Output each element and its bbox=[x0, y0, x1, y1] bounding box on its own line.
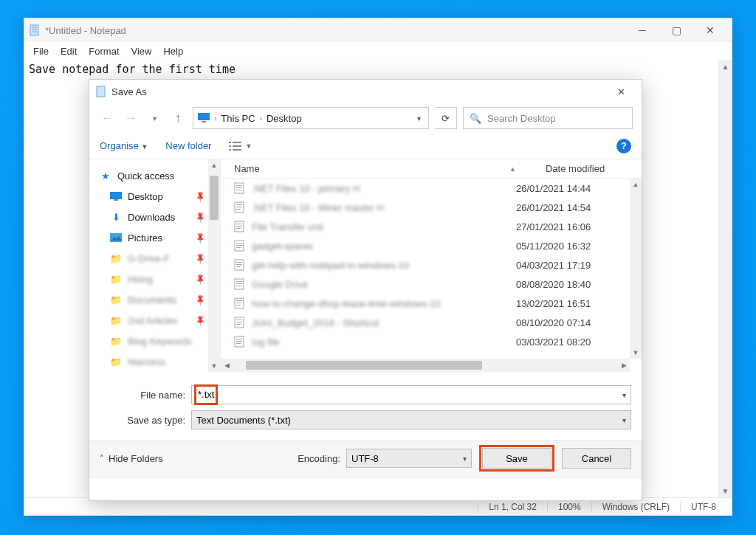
file-name: get-help-with-notepad-in-windows-10 bbox=[252, 260, 409, 271]
file-row[interactable]: File Transfer unit27/01/2021 16:06 bbox=[221, 217, 642, 236]
file-name: Joint_Budget_2018 - Shortcut bbox=[252, 317, 379, 328]
nav-desktop[interactable]: Desktop 📌 bbox=[100, 186, 220, 207]
svg-rect-12 bbox=[233, 149, 241, 151]
column-name[interactable]: Name bbox=[221, 163, 509, 174]
maximize-button[interactable]: ▢ bbox=[659, 18, 693, 42]
svg-rect-27 bbox=[236, 226, 242, 227]
chevron-right-icon: › bbox=[214, 114, 216, 122]
scroll-left-arrow-icon[interactable]: ◀ bbox=[221, 362, 233, 369]
svg-rect-51 bbox=[236, 341, 242, 342]
file-vscroll[interactable]: ▲ ▼ bbox=[630, 179, 642, 359]
file-row[interactable]: Google Drive08/08/2020 18:40 bbox=[221, 275, 642, 294]
file-row[interactable]: gadget-spares05/11/2020 16:32 bbox=[221, 236, 642, 255]
nav-quick-access[interactable]: ★ Quick access bbox=[100, 165, 220, 186]
nav-downloads[interactable]: ⬇ Downloads 📌 bbox=[100, 207, 220, 227]
scroll-thumb[interactable] bbox=[246, 361, 482, 370]
nav-folder[interactable]: 📁G-Drive-F📌 bbox=[100, 248, 220, 269]
svg-rect-44 bbox=[236, 305, 241, 306]
scroll-right-arrow-icon[interactable]: ▶ bbox=[618, 362, 630, 369]
nav-pictures[interactable]: Pictures 📌 bbox=[100, 227, 220, 248]
svg-rect-32 bbox=[236, 247, 241, 248]
savetype-label: Save as type: bbox=[100, 415, 191, 426]
help-button[interactable]: ? bbox=[616, 139, 631, 153]
file-row[interactable]: .NET Files 10 - primary H26/01/2021 14:4… bbox=[221, 179, 642, 198]
hide-folders-button[interactable]: ˄ Hide Folders bbox=[100, 453, 163, 464]
file-row[interactable]: Joint_Budget_2018 - Shortcut08/10/2020 0… bbox=[221, 313, 642, 332]
file-name: gadget-spares bbox=[252, 241, 313, 252]
file-row[interactable]: get-help-with-notepad-in-windows-1004/03… bbox=[221, 255, 642, 275]
dialog-close-button[interactable]: ✕ bbox=[606, 86, 636, 97]
status-zoom: 100% bbox=[547, 502, 591, 512]
chevron-down-icon[interactable]: ▾ bbox=[463, 455, 467, 463]
menubar: File Edit Format View Help bbox=[24, 42, 732, 60]
menu-file[interactable]: File bbox=[27, 44, 55, 58]
nav-forward-button[interactable]: → bbox=[122, 109, 140, 127]
address-dropdown-icon[interactable]: ▾ bbox=[414, 114, 424, 122]
svg-rect-22 bbox=[236, 204, 242, 205]
nav-folder[interactable]: 📁htaccess bbox=[100, 351, 220, 372]
file-icon bbox=[234, 297, 246, 309]
cancel-button[interactable]: Cancel bbox=[562, 448, 631, 469]
search-input[interactable]: 🔍 Search Desktop bbox=[463, 107, 633, 129]
nav-recent-button[interactable]: ▾ bbox=[145, 109, 163, 127]
save-button[interactable]: Save bbox=[482, 448, 551, 469]
file-icon bbox=[234, 317, 246, 328]
svg-rect-9 bbox=[229, 145, 231, 147]
file-rows: .NET Files 10 - primary H26/01/2021 14:4… bbox=[221, 179, 642, 372]
filename-highlight: *.txt bbox=[194, 384, 218, 405]
scroll-down-arrow-icon[interactable]: ▼ bbox=[208, 360, 220, 372]
scroll-up-arrow-icon[interactable]: ▲ bbox=[630, 179, 642, 190]
star-icon: ★ bbox=[100, 170, 111, 182]
file-icon bbox=[234, 259, 246, 271]
menu-help[interactable]: Help bbox=[157, 44, 189, 58]
encoding-combo[interactable]: UTF-8 ▾ bbox=[346, 449, 472, 468]
editor-text: Save notepad for the first time bbox=[24, 60, 732, 79]
svg-rect-28 bbox=[236, 228, 241, 229]
svg-rect-24 bbox=[236, 209, 241, 210]
address-bar[interactable]: › This PC › Desktop ▾ bbox=[193, 107, 429, 129]
folder-icon: 📁 bbox=[110, 252, 122, 264]
filename-input[interactable]: *.txt ▾ bbox=[191, 385, 631, 404]
organise-button[interactable]: Organise ▼ bbox=[100, 140, 148, 151]
nav-folder[interactable]: 📁Hiring📌 bbox=[100, 269, 220, 289]
filename-label: File name: bbox=[100, 390, 191, 401]
nav-back-button[interactable]: ← bbox=[98, 109, 116, 127]
chevron-down-icon[interactable]: ▾ bbox=[622, 391, 626, 399]
svg-rect-48 bbox=[236, 324, 241, 325]
menu-format[interactable]: Format bbox=[83, 44, 125, 58]
svg-rect-10 bbox=[233, 145, 241, 147]
nav-folder[interactable]: 📁Documents📌 bbox=[100, 289, 220, 310]
nav-vscroll[interactable]: ▲ ▼ bbox=[208, 159, 220, 372]
svg-rect-18 bbox=[236, 185, 242, 186]
refresh-button[interactable]: ⟳ bbox=[435, 107, 457, 129]
scroll-up-arrow-icon[interactable]: ▲ bbox=[719, 60, 732, 73]
status-eol: Windows (CRLF) bbox=[591, 502, 680, 512]
file-row[interactable]: how-to-change-dhcp-lease-time-windows-10… bbox=[221, 294, 642, 313]
dialog-toolbar: Organise ▼ New folder ▼ ? bbox=[89, 133, 642, 159]
chevron-down-icon[interactable]: ▾ bbox=[622, 416, 626, 424]
new-folder-button[interactable]: New folder bbox=[165, 140, 211, 151]
close-button[interactable]: ✕ bbox=[693, 18, 727, 42]
menu-edit[interactable]: Edit bbox=[55, 44, 83, 58]
scroll-down-arrow-icon[interactable]: ▼ bbox=[719, 484, 732, 497]
svg-rect-15 bbox=[110, 233, 122, 242]
nav-folder[interactable]: 📁Blog Keywords bbox=[100, 331, 220, 351]
scroll-up-arrow-icon[interactable]: ▲ bbox=[208, 159, 220, 171]
path-seg-1[interactable]: This PC bbox=[221, 113, 255, 124]
nav-up-button[interactable]: ↑ bbox=[169, 109, 187, 127]
sort-indicator-icon: ▲ bbox=[509, 165, 516, 173]
path-seg-2[interactable]: Desktop bbox=[267, 113, 302, 124]
minimize-button[interactable]: ─ bbox=[625, 18, 659, 42]
this-pc-icon bbox=[198, 113, 210, 123]
scroll-thumb[interactable] bbox=[210, 176, 219, 220]
view-mode-button[interactable]: ▼ bbox=[229, 141, 252, 151]
savetype-combo[interactable]: Text Documents (*.txt) ▾ bbox=[191, 410, 631, 429]
nav-folder[interactable]: 📁2nd Articles📌 bbox=[100, 310, 220, 331]
file-row[interactable]: log file03/03/2021 08:20 bbox=[221, 332, 642, 351]
file-row[interactable]: .NET Files 10 - Miner master H26/01/2021… bbox=[221, 198, 642, 217]
column-date[interactable]: Date modified bbox=[516, 163, 642, 174]
menu-view[interactable]: View bbox=[126, 44, 158, 58]
scroll-down-arrow-icon[interactable]: ▼ bbox=[630, 347, 642, 359]
file-hscroll[interactable]: ◀ ▶ bbox=[221, 359, 630, 372]
editor-vscroll[interactable]: ▲ ▼ bbox=[718, 60, 732, 497]
